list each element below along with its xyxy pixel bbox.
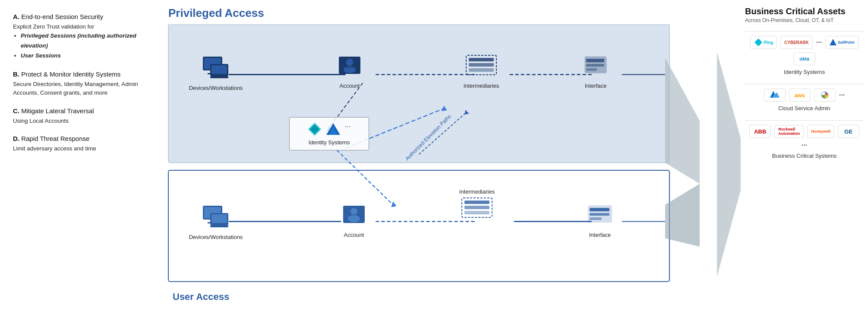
svg-rect-60 <box>590 217 602 220</box>
svg-rect-58 <box>590 208 609 211</box>
identity-icon-1 <box>307 122 322 137</box>
bca-cloud-section: aws ··· Cloud Service Admin <box>745 89 864 112</box>
divider-2 <box>745 84 864 84</box>
user-interface-icon <box>586 204 614 229</box>
aws-logo: aws <box>789 89 811 102</box>
systems-more: ··· <box>802 141 807 149</box>
priv-interface-node: Interface <box>574 54 617 89</box>
user-intermediaries-node: Intermediaries <box>449 188 505 225</box>
bca-cloud-label: Cloud Service Admin <box>745 105 864 112</box>
bca-title: Business Critical Assets <box>745 6 864 16</box>
user-intermediaries-top-label: Intermediaries <box>459 188 495 195</box>
section-d: D. Rapid Threat Response Limit adversary… <box>13 135 149 153</box>
left-panel: A. End-to-end Session Security Explicit … <box>0 0 160 325</box>
bullet-privileged-sessions: Privileged Sessions (including authorize… <box>21 31 149 51</box>
user-devices-icon <box>201 204 231 231</box>
section-a-content: Explicit Zero Trust validation for <box>13 22 149 31</box>
priv-account-node: Account <box>328 54 371 89</box>
svg-rect-32 <box>469 58 494 61</box>
svg-rect-37 <box>586 64 604 67</box>
divider-3 <box>745 120 864 121</box>
svg-rect-25 <box>211 65 227 74</box>
svg-marker-17 <box>665 184 700 247</box>
user-devices-label: Devices/Workstations <box>189 234 243 240</box>
honeywell-logo: Honeywell <box>807 125 834 138</box>
svg-rect-48 <box>211 214 227 223</box>
bca-systems-label: Business Critical Systems <box>745 153 864 159</box>
bca-systems-logos: ABB RockwellAutomation Honeywell GE ··· <box>745 125 864 149</box>
bca-identity-logos: Ping CYBERARK ··· SailPoint okta <box>745 36 864 65</box>
section-c-title: C. Mitigate Lateral Traversal <box>13 107 149 115</box>
svg-rect-55 <box>464 206 489 209</box>
ge-logo: GE <box>838 125 859 138</box>
user-account-label: Account <box>344 232 364 238</box>
svg-marker-61 <box>717 52 741 277</box>
section-b-content: Secure Directories, Identity Management,… <box>13 80 149 98</box>
svg-rect-49 <box>210 225 228 227</box>
bullet-user-sessions: User Sessions <box>21 51 149 61</box>
svg-rect-59 <box>590 213 609 216</box>
identity-icon-2 <box>326 122 341 137</box>
azure-logo <box>764 89 786 102</box>
user-account-node: Account <box>332 204 376 238</box>
okta-logo: okta <box>794 52 815 65</box>
user-interface-node: Interface <box>576 204 624 238</box>
section-a-title: A. End-to-end Session Security <box>13 13 149 20</box>
svg-rect-36 <box>586 59 604 62</box>
priv-account-label: Account <box>340 83 360 89</box>
cloud-more: ··· <box>839 91 845 99</box>
priv-intermediaries-icon <box>465 54 498 80</box>
sailpoint-logo: SailPoint <box>825 36 859 49</box>
bca-cloud-logos: aws ··· <box>745 89 864 102</box>
section-b: B. Protect & Monitor Identity Systems Se… <box>13 70 149 98</box>
section-d-content: Limit adversary access and time <box>13 144 149 153</box>
svg-point-52 <box>348 215 360 222</box>
diagram-container: Devices/Workstations Account <box>164 24 717 318</box>
svg-marker-16 <box>665 58 700 184</box>
divider-1 <box>745 31 864 32</box>
rockwell-logo: RockwellAutomation <box>774 125 804 138</box>
abb-logo: ABB <box>749 125 771 138</box>
priv-intermediaries-node: Intermediaries <box>453 54 509 89</box>
priv-devices-node: Devices/Workstations <box>190 54 242 91</box>
identity-more: ··· <box>816 38 822 46</box>
bca-identity-section: Ping CYBERARK ··· SailPoint okta Identit… <box>745 36 864 75</box>
user-interface-label: Interface <box>589 232 611 238</box>
identity-systems-label: Identity Systems <box>294 139 364 146</box>
user-access-label: User Access <box>173 291 229 303</box>
diagram-svg <box>164 24 717 318</box>
user-intermediaries-icon <box>461 197 493 223</box>
section-a-bullets: Privileged Sessions (including authorize… <box>21 31 149 61</box>
svg-point-28 <box>346 59 353 66</box>
bca-subtitle: Across On-Premises, Cloud, OT, & IoT <box>745 17 864 23</box>
user-account-icon <box>341 204 367 229</box>
google-logo <box>814 89 836 102</box>
ping-logo: Ping <box>750 36 777 49</box>
cyberark-logo: CYBERARK <box>780 36 813 49</box>
svg-marker-63 <box>830 39 836 45</box>
svg-rect-38 <box>586 68 597 71</box>
user-devices-node: Devices/Workstations <box>190 204 242 240</box>
section-a: A. End-to-end Session Security Explicit … <box>13 13 149 61</box>
section-d-title: D. Rapid Threat Response <box>13 135 149 142</box>
bca-identity-label: Identity Systems <box>745 69 864 75</box>
priv-devices-icon <box>201 54 231 82</box>
section-b-title: B. Protect & Monitor Identity Systems <box>13 70 149 78</box>
funnel-svg <box>717 17 743 311</box>
svg-point-51 <box>350 208 357 215</box>
svg-rect-56 <box>464 211 489 214</box>
svg-rect-54 <box>464 201 489 204</box>
priv-interface-icon <box>583 54 609 80</box>
svg-marker-40 <box>310 124 319 134</box>
section-c: C. Mitigate Lateral Traversal Using Loca… <box>13 107 149 125</box>
svg-point-29 <box>344 66 356 73</box>
priv-intermediaries-label: Intermediaries <box>464 83 499 89</box>
priv-account-icon <box>337 54 363 80</box>
svg-rect-26 <box>210 76 228 78</box>
priv-devices-label: Devices/Workstations <box>189 85 243 91</box>
section-c-content: Using Local Accounts <box>13 117 149 125</box>
svg-marker-62 <box>754 38 762 46</box>
svg-rect-33 <box>469 63 494 67</box>
priv-interface-label: Interface <box>585 83 607 89</box>
svg-rect-34 <box>469 68 494 72</box>
